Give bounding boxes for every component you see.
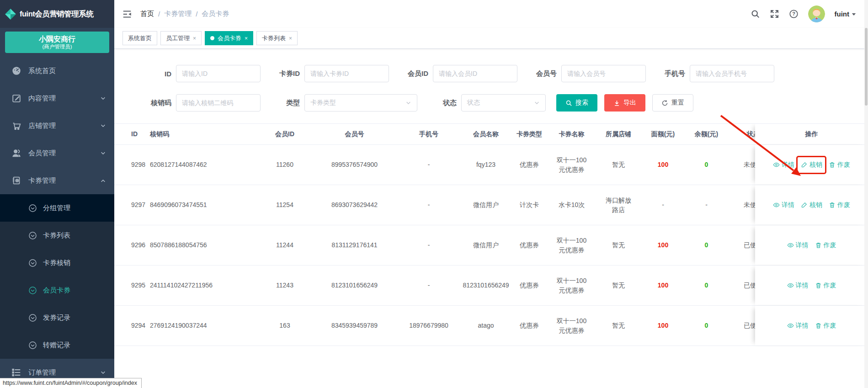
row-actions: 详情作废: [755, 225, 868, 265]
link-status-bar: https://www.fuint.cn/fuintAdmin/#/coupon…: [0, 378, 142, 388]
详情-action-button[interactable]: 详情: [773, 161, 794, 169]
作废-action-button[interactable]: 作废: [815, 241, 836, 250]
select-value: 卡券类型: [310, 99, 336, 107]
sidebar-subitem-转赠记录[interactable]: 转赠记录: [0, 331, 114, 359]
filter-label: ID: [136, 70, 171, 78]
code-text: 8469096073474551: [150, 200, 207, 210]
filter-label: 状态: [421, 99, 457, 107]
cell-phone: -: [397, 281, 461, 290]
fullscreen-icon[interactable]: [770, 9, 779, 19]
sidebar-subitem-发券记录[interactable]: 发券记录: [0, 304, 114, 331]
核销-action-button[interactable]: 核销: [801, 201, 822, 209]
breadcrumb-home[interactable]: 首页: [140, 10, 154, 18]
table-header: ID核销码会员ID会员号手机号会员名称卡券类型卡券名称所属店铺面额(元)余额(元…: [114, 124, 868, 145]
dashboard-icon: [11, 66, 21, 76]
coupon-icon: [11, 175, 21, 186]
row-actions: 详情作废: [755, 306, 868, 345]
action-label: 作废: [824, 282, 836, 290]
scrollbar-thumb[interactable]: [865, 28, 868, 106]
sidebar-item-3[interactable]: 会员管理: [0, 139, 114, 167]
详情-action-button[interactable]: 详情: [787, 282, 809, 290]
tab-会员卡券[interactable]: 会员卡券×: [205, 31, 253, 45]
col-header-phone: 手机号: [397, 129, 461, 139]
sidebar-item-label: 订单管理: [28, 368, 56, 377]
详情-action-button[interactable]: 详情: [787, 322, 809, 330]
sidebar-subitem-分组管理[interactable]: 分组管理: [0, 194, 114, 222]
help-icon[interactable]: ?: [789, 9, 799, 19]
tab-卡券列表[interactable]: 卡券列表×: [256, 31, 298, 45]
导出-button[interactable]: 导出: [604, 94, 645, 112]
action-label: 作废: [837, 201, 850, 209]
coupon-name-text: 水卡10次: [559, 200, 585, 210]
重置-button[interactable]: 重置: [652, 94, 693, 112]
tab-close-icon[interactable]: ×: [193, 35, 196, 42]
sidebar-item-1[interactable]: 内容管理: [0, 85, 114, 112]
cell-balance: 0: [685, 160, 728, 170]
cell-type: 优惠券: [511, 321, 548, 330]
merchant-name: 小隅安商行: [5, 35, 109, 43]
filter-select-box-状态[interactable]: 状态: [461, 94, 546, 112]
merchant-role: (商户管理员): [5, 43, 109, 50]
filter-input-会员ID[interactable]: [433, 65, 517, 82]
tab-close-icon[interactable]: ×: [289, 35, 292, 42]
cell-phone: 18976679980: [397, 321, 461, 330]
chevron-down-icon: [534, 100, 540, 106]
svg-text:?: ?: [792, 11, 795, 16]
circle-chevron-icon: [28, 341, 37, 350]
store-text: 暂无: [612, 160, 625, 170]
sidebar-subitem-卡券核销[interactable]: 卡券核销: [0, 249, 114, 276]
sidebar-toggle-icon[interactable]: [122, 9, 132, 19]
filter-input-手机号[interactable]: [690, 65, 774, 82]
cell-balance: 0: [685, 281, 728, 290]
cell-name: 水卡10次: [548, 200, 596, 210]
sidebar-subitem-卡券列表[interactable]: 卡券列表: [0, 222, 114, 249]
page-scrollbar: [864, 0, 868, 388]
action-label: 详情: [796, 241, 809, 250]
作废-action-button[interactable]: 作废: [829, 201, 850, 209]
sidebar-subitem-label: 卡券核销: [43, 259, 70, 267]
cell-phone: -: [397, 200, 461, 210]
filter-input-卡券ID[interactable]: [304, 65, 389, 82]
chevron-down-icon: [100, 123, 106, 129]
作废-action-button[interactable]: 作废: [815, 282, 836, 290]
filter-input-会员号[interactable]: [561, 65, 646, 82]
作废-action-button[interactable]: 作废: [815, 322, 836, 330]
top-navbar: 首页 / 卡券管理 / 会员卡券 ?: [114, 0, 868, 28]
filter-input-ID[interactable]: [176, 65, 261, 82]
sidebar-item-2[interactable]: 店铺管理: [0, 112, 114, 139]
cell-store: 海口解放路店: [596, 196, 641, 215]
filter-select-box-类型[interactable]: 卡券类型: [304, 94, 417, 112]
circle-chevron-icon: [28, 231, 37, 240]
cell-code: 6208127144087462: [150, 160, 257, 170]
sidebar-item-4[interactable]: 卡券管理: [0, 167, 114, 194]
col-header-member_name: 会员名称: [461, 129, 511, 139]
cell-store: 暂无: [596, 240, 641, 250]
cell-member_name: 微信用户: [461, 200, 511, 210]
app-title: fuint会员营销管理系统: [20, 9, 93, 19]
search-icon[interactable]: [751, 9, 760, 19]
详情-action-button[interactable]: 详情: [773, 201, 794, 209]
cell-member_no: 8131129176141: [312, 240, 397, 250]
cell-amount: 100: [641, 321, 685, 330]
tab-系统首页[interactable]: 系统首页: [122, 31, 157, 45]
cell-member_name: atago: [461, 321, 511, 330]
核销-action-button[interactable]: 核销: [801, 161, 822, 169]
作废-action-button[interactable]: 作废: [829, 161, 850, 169]
详情-action-button[interactable]: 详情: [787, 241, 809, 250]
merchant-badge[interactable]: 小隅安商行 (商户管理员): [5, 32, 109, 53]
user-menu[interactable]: fuint: [835, 10, 856, 18]
tab-员工管理[interactable]: 员工管理×: [160, 31, 202, 45]
sidebar-item-0[interactable]: 系统首页: [0, 57, 114, 85]
sidebar-subitem-会员卡券[interactable]: 会员卡券: [0, 276, 114, 304]
sidebar-item-label: 内容管理: [28, 94, 56, 103]
col-header-code: 核销码: [150, 129, 257, 139]
tab-close-icon[interactable]: ×: [245, 35, 248, 42]
code-text: 241114102427211956: [150, 281, 213, 290]
搜索-button[interactable]: 搜索: [556, 94, 597, 112]
filter-label: 会员号: [521, 69, 557, 78]
cell-phone: -: [397, 240, 461, 250]
breadcrumb-coupon-mgmt[interactable]: 卡券管理: [164, 10, 192, 18]
filter-input-核销码[interactable]: [176, 94, 261, 112]
avatar[interactable]: [808, 5, 825, 22]
circle-chevron-icon: [28, 286, 37, 295]
